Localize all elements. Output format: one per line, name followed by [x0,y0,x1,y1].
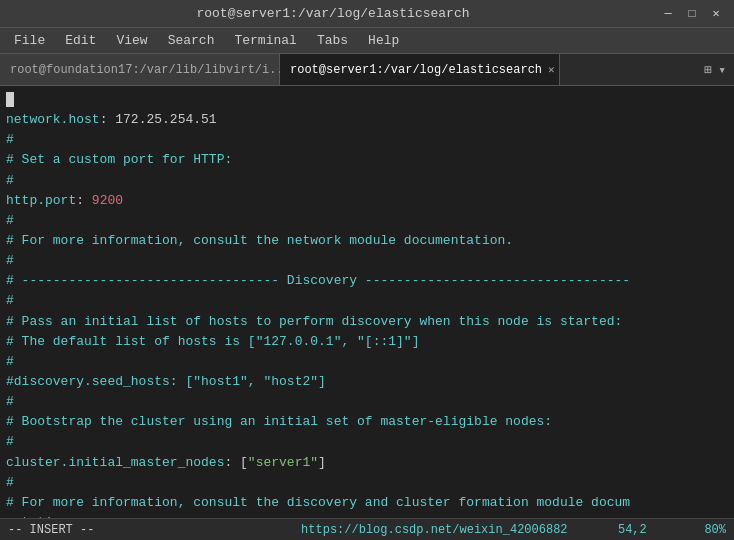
status-scroll [654,523,697,537]
terminal-line: # [6,392,728,412]
maximize-button[interactable]: □ [682,4,702,24]
terminal-content[interactable]: network.host: 172.25.254.51 # # Set a cu… [0,86,734,518]
terminal-line: # [6,432,728,452]
terminal-line: # --------------------------------- Disc… [6,271,728,291]
menu-edit[interactable]: Edit [55,31,106,50]
cursor-line [6,90,728,110]
tab-1[interactable]: root@server1:/var/log/elasticsearch ✕ [280,54,560,85]
tab-screenshot-icon[interactable]: ⊞ [704,62,712,78]
tabbar-actions: ⊞ ▾ [696,54,734,85]
terminal-line: cluster.initial_master_nodes: ["server1"… [6,453,728,473]
terminal-line: # Bootstrap the cluster using an initial… [6,412,728,432]
menu-help[interactable]: Help [358,31,409,50]
terminal-line: # [6,251,728,271]
statusbar: -- INSERT -- https://blog.csdp.net/weixi… [0,518,734,540]
tab-dropdown-icon[interactable]: ▾ [718,62,726,78]
tabbar: root@foundation17:/var/lib/libvirt/i... … [0,54,734,86]
tab-0-label: root@foundation17:/var/lib/libvirt/i... [10,63,291,77]
close-button[interactable]: ✕ [706,4,726,24]
status-scroll-pct: 80% [704,523,726,537]
titlebar-title: root@server1:/var/log/elasticsearch [8,6,658,21]
tab-0[interactable]: root@foundation17:/var/lib/libvirt/i... … [0,54,280,85]
terminal-line: network.host: 172.25.254.51 [6,110,728,130]
terminal-line: #discovery.seed_hosts: ["host1", "host2"… [6,372,728,392]
terminal-line: # [6,291,728,311]
status-mode: -- INSERT -- [8,523,94,537]
menubar: File Edit View Search Terminal Tabs Help [0,28,734,54]
menu-terminal[interactable]: Terminal [224,31,306,50]
status-position: 54,2 [618,523,647,537]
terminal-line: # For more information, consult the netw… [6,231,728,251]
terminal-line: # For more information, consult the disc… [6,493,728,513]
tab-1-close[interactable]: ✕ [548,63,555,76]
terminal-line: # [6,352,728,372]
terminal-line: # The default list of hosts is ["127.0.0… [6,332,728,352]
status-url-text: https://blog.csdp.net/weixin_42006882 [301,523,611,537]
terminal-line: # Set a custom port for HTTP: [6,150,728,170]
minimize-button[interactable]: ─ [658,4,678,24]
menu-search[interactable]: Search [158,31,225,50]
terminal-line: http.port: 9200 [6,191,728,211]
menu-tabs[interactable]: Tabs [307,31,358,50]
menu-file[interactable]: File [4,31,55,50]
terminal-line: # Pass an initial list of hosts to perfo… [6,312,728,332]
titlebar-controls: ─ □ ✕ [658,4,726,24]
tab-1-label: root@server1:/var/log/elasticsearch [290,63,542,77]
terminal-line: # [6,211,728,231]
terminal-line: # [6,473,728,493]
terminal-line: # [6,171,728,191]
titlebar: root@server1:/var/log/elasticsearch ─ □ … [0,0,734,28]
status-url: https://blog.csdp.net/weixin_42006882 54… [301,523,726,537]
terminal-line: # [6,130,728,150]
menu-view[interactable]: View [106,31,157,50]
